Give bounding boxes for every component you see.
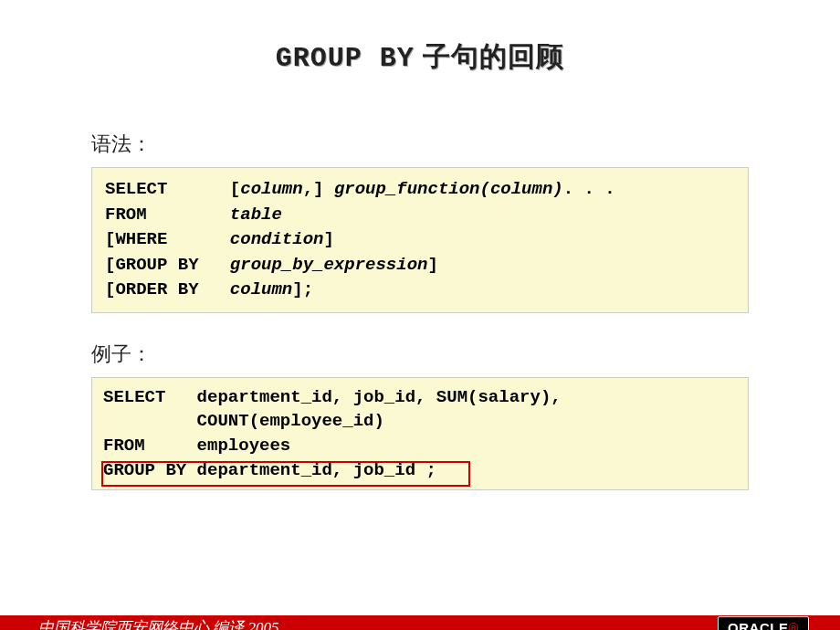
bracket-close-2: ]: [427, 255, 437, 275]
title-cn: 子句的回顾: [415, 41, 564, 71]
bracket-close-3: ];: [292, 279, 313, 299]
slide-title: GROUP BY 子句的回顾: [0, 38, 840, 76]
bracket: [: [230, 179, 240, 199]
slide: GROUP BY 子句的回顾 语法： SELECT [column,] grou…: [0, 38, 840, 630]
kw-orderby: [ORDER BY: [105, 279, 199, 299]
example-line-1: SELECT department_id, job_id, SUM(salary…: [103, 385, 737, 410]
it-groupfunc: group_function(column): [323, 179, 562, 199]
oracle-text: ORACLE: [728, 620, 788, 631]
oracle-logo: ORACLE®: [718, 616, 809, 631]
kw-select: SELECT: [105, 179, 167, 199]
example-line-4: GROUP BY department_id, job_id ;: [103, 458, 737, 483]
title-mono: GROUP BY: [276, 43, 415, 74]
it-condition: condition: [230, 229, 324, 249]
content-area: 语法： SELECT [column,] group_function(colu…: [91, 131, 749, 490]
it-column: column: [240, 179, 302, 199]
it-groupexpr: group_by_expression: [230, 255, 428, 275]
example-line-3: FROM employees: [103, 434, 737, 458]
example-label: 例子：: [91, 341, 749, 368]
it-column2: column: [230, 279, 292, 299]
comma-bracket: ,]: [303, 179, 324, 199]
red-strip: 中国科学院西安网络中心 编译 2005 ORACLE®: [0, 615, 840, 630]
syntax-line-3: [WHERE condition]: [105, 227, 735, 253]
syntax-line-1: SELECT [column,] group_function(column).…: [105, 177, 735, 203]
oracle-reg-icon: ®: [788, 620, 799, 631]
bracket-close: ]: [323, 229, 333, 249]
syntax-label: 语法：: [91, 131, 749, 158]
kw-from: FROM: [105, 205, 147, 225]
example-line-2: COUNT(employee_id): [103, 409, 737, 434]
kw-where: [WHERE: [105, 229, 167, 249]
translator-text: 中国科学院西安网络中心 编译 2005: [38, 617, 718, 631]
dots: . . .: [563, 179, 615, 199]
syntax-line-5: [ORDER BY column];: [105, 278, 735, 303]
footer-bar: 中国科学院西安网络中心 编译 2005 ORACLE®: [0, 615, 840, 630]
kw-groupby: [GROUP BY: [105, 255, 199, 275]
syntax-line-2: FROM table: [105, 203, 735, 228]
syntax-codebox: SELECT [column,] group_function(column).…: [91, 167, 749, 313]
it-table: table: [230, 205, 282, 225]
syntax-line-4: [GROUP BY group_by_expression]: [105, 253, 735, 278]
example-codebox: SELECT department_id, job_id, SUM(salary…: [91, 377, 749, 490]
